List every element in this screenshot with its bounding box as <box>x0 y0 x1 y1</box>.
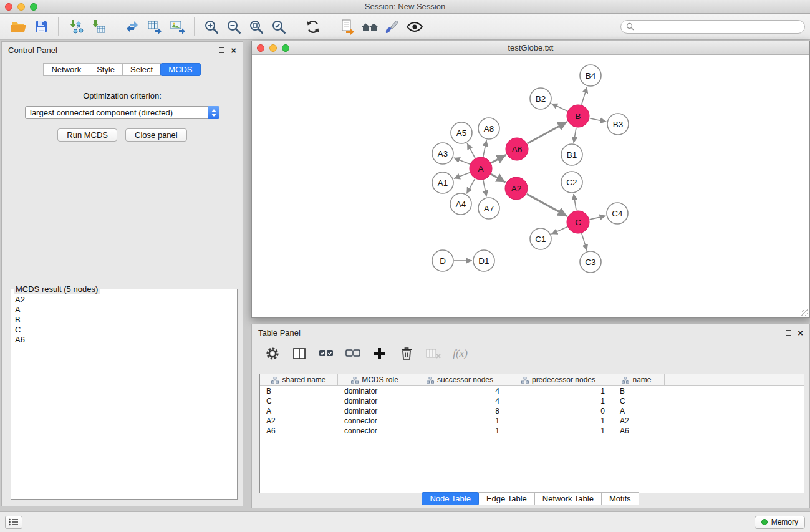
graph-edge-a2-c[interactable] <box>527 194 567 216</box>
graph-node-a[interactable]: A <box>470 157 492 180</box>
graph-node-b2[interactable]: B2 <box>530 88 551 109</box>
column-header-shared-name[interactable]: shared name <box>260 374 338 385</box>
criterion-dropdown[interactable]: largest connected component (directed) <box>25 106 219 119</box>
graph-node-a5[interactable]: A5 <box>451 122 472 143</box>
graph-node-a8[interactable]: A8 <box>478 118 499 139</box>
task-history-button[interactable] <box>5 516 22 529</box>
import-table-from-file-button[interactable] <box>87 16 109 37</box>
graph-node-c4[interactable]: C4 <box>607 203 628 224</box>
network-zoom-button[interactable] <box>282 44 289 52</box>
table-row[interactable]: Adominator80A <box>260 406 804 416</box>
network-minimize-button[interactable] <box>269 44 277 52</box>
open-session-button[interactable] <box>7 16 30 37</box>
graph-edge-a-a5[interactable] <box>467 143 475 158</box>
graph-node-a4[interactable]: A4 <box>450 193 471 215</box>
delete-column-button[interactable] <box>398 346 415 362</box>
float-table-panel-icon[interactable] <box>786 330 791 336</box>
graph-node-c1[interactable]: C1 <box>530 228 551 249</box>
graph-edge-b-b3[interactable] <box>590 118 607 122</box>
export-table-button[interactable] <box>143 16 166 37</box>
graph-node-b[interactable]: B <box>567 105 589 127</box>
graph-edge-b-b1[interactable] <box>574 128 576 143</box>
graph-edge-a-a1[interactable] <box>454 173 470 179</box>
table-row[interactable]: Bdominator41B <box>260 386 804 396</box>
list-item[interactable]: A6 <box>12 335 236 345</box>
save-session-button[interactable] <box>30 16 52 37</box>
close-panel-button[interactable]: Close panel <box>125 128 187 142</box>
tab-select[interactable]: Select <box>122 63 161 76</box>
close-table-panel-icon[interactable]: × <box>798 330 803 336</box>
minimize-window-button[interactable] <box>17 3 25 11</box>
run-mcds-button[interactable]: Run MCDS <box>57 128 117 142</box>
close-window-button[interactable] <box>5 3 12 11</box>
network-window-titlebar[interactable]: testGlobe.txt <box>252 41 809 55</box>
graph-edge-c-c2[interactable] <box>574 194 576 210</box>
list-item[interactable]: A2 <box>12 295 236 305</box>
search-input[interactable] <box>637 22 799 31</box>
graph-edge-c-c1[interactable] <box>551 227 567 234</box>
home-views-button[interactable] <box>359 16 381 37</box>
list-item[interactable]: A <box>12 305 236 315</box>
apply-style-button[interactable] <box>381 16 403 37</box>
graph-edge-a-a7[interactable] <box>483 180 486 197</box>
network-canvas[interactable]: AA1A2A3A4A5A6A7A8BB1B2B3B4CC1C2C3C4DD1 <box>252 55 809 317</box>
table-settings-button[interactable] <box>264 346 281 362</box>
float-panel-icon[interactable] <box>219 47 224 53</box>
graph-edge-c-c4[interactable] <box>590 216 606 220</box>
table-row[interactable]: Cdominator41C <box>260 396 804 406</box>
graph-node-a7[interactable]: A7 <box>478 198 499 219</box>
close-panel-icon[interactable]: × <box>231 47 236 53</box>
tab-motifs[interactable]: Motifs <box>601 492 639 505</box>
column-header-predecessor-nodes[interactable]: predecessor nodes <box>508 374 609 385</box>
function-builder-button[interactable]: f(x) <box>452 346 468 362</box>
tab-network-table[interactable]: Network Table <box>534 492 602 505</box>
graph-node-c3[interactable]: C3 <box>580 251 601 273</box>
column-header-successor-nodes[interactable]: successor nodes <box>412 374 508 385</box>
graph-node-a3[interactable]: A3 <box>432 143 453 164</box>
graph-node-a6[interactable]: A6 <box>506 138 528 160</box>
graph-node-b4[interactable]: B4 <box>580 65 601 86</box>
tab-style[interactable]: Style <box>89 63 123 76</box>
import-network-from-file-button[interactable] <box>64 16 87 37</box>
export-document-button[interactable] <box>336 16 359 37</box>
search-box[interactable] <box>620 20 805 34</box>
export-image-button[interactable] <box>166 16 188 37</box>
graph-node-c[interactable]: C <box>567 211 589 233</box>
graph-node-a2[interactable]: A2 <box>505 177 528 200</box>
tab-mcds[interactable]: MCDS <box>160 63 200 76</box>
clone-network-button[interactable] <box>121 16 143 37</box>
list-item[interactable]: B <box>12 315 236 325</box>
graph-node-c2[interactable]: C2 <box>561 172 582 193</box>
graph-edge-a6-b[interactable] <box>528 122 567 144</box>
tab-network[interactable]: Network <box>43 63 89 76</box>
zoom-fit-button[interactable] <box>245 16 268 37</box>
graph-edge-a-a6[interactable] <box>491 155 506 163</box>
tab-edge-table[interactable]: Edge Table <box>478 492 535 505</box>
window-resize-handle[interactable] <box>801 309 809 317</box>
network-graph[interactable]: AA1A2A3A4A5A6A7A8BB1B2B3B4CC1C2C3C4DD1 <box>252 55 809 317</box>
delete-table-button[interactable] <box>425 346 441 362</box>
zoom-in-button[interactable] <box>200 16 223 37</box>
graph-edge-a-a2[interactable] <box>491 174 506 182</box>
graph-node-b3[interactable]: B3 <box>607 114 629 135</box>
show-columns-button[interactable] <box>291 346 307 362</box>
zoom-out-button[interactable] <box>223 16 245 37</box>
apply-layout-button[interactable] <box>302 16 324 37</box>
network-close-button[interactable] <box>257 44 264 52</box>
zoom-window-button[interactable] <box>30 3 37 11</box>
column-header-mcds-role[interactable]: MCDS role <box>338 374 412 385</box>
table-row[interactable]: A2connector11A2 <box>260 416 804 426</box>
graph-edge-b-b2[interactable] <box>551 104 567 111</box>
memory-button[interactable]: Memory <box>755 516 805 529</box>
column-header-name[interactable]: name <box>609 374 665 385</box>
list-item[interactable]: C <box>12 325 236 335</box>
zoom-selected-button[interactable] <box>268 16 290 37</box>
select-all-button[interactable] <box>318 346 334 362</box>
tab-node-table[interactable]: Node Table <box>422 492 479 505</box>
show-graphics-button[interactable] <box>403 16 426 37</box>
graph-node-b1[interactable]: B1 <box>561 144 582 165</box>
create-column-button[interactable] <box>372 346 388 362</box>
graph-edge-a-a3[interactable] <box>454 158 470 164</box>
graph-node-a1[interactable]: A1 <box>432 172 453 193</box>
graph-edge-c-c3[interactable] <box>582 233 587 251</box>
